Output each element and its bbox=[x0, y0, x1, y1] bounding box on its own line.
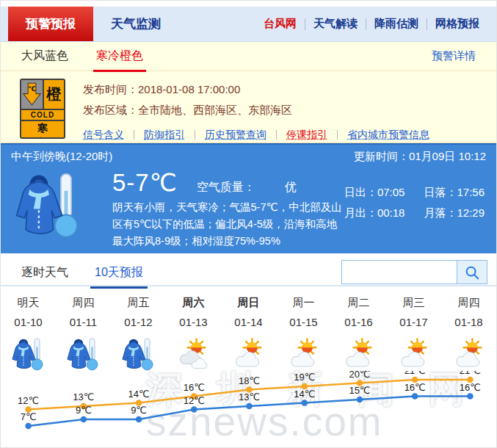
update-time-value: 01月09日 10:12 bbox=[409, 150, 486, 162]
forecast-day-name: 周四 bbox=[56, 296, 111, 316]
forecast-day-name: 周一 bbox=[276, 296, 331, 316]
nav-link-grid-forecast[interactable]: 网格预报 bbox=[427, 17, 487, 31]
warning-link[interactable]: 防御指引 bbox=[144, 126, 185, 145]
subtab-wind-blue[interactable]: 大风蓝色 bbox=[21, 48, 68, 64]
forecast-day-column[interactable]: 周五01-12 bbox=[111, 296, 166, 374]
cold-icon bbox=[1, 336, 56, 374]
warning-link[interactable]: 历史预警查询 bbox=[205, 126, 266, 145]
svg-text:21℃: 21℃ bbox=[460, 371, 481, 376]
moonrise-time: 月出：00:18 bbox=[344, 206, 405, 220]
suncloud-icon bbox=[441, 336, 496, 374]
svg-text:15℃: 15℃ bbox=[349, 385, 370, 396]
sunclouds-icon bbox=[166, 336, 221, 374]
warning-link[interactable]: 停课指引 bbox=[286, 126, 327, 145]
forecast-day-column[interactable]: 明天01-10 bbox=[1, 296, 56, 374]
svg-text:13℃: 13℃ bbox=[73, 391, 94, 402]
forecast-date: 01-16 bbox=[331, 316, 386, 336]
divider bbox=[276, 130, 277, 140]
svg-text:12℃: 12℃ bbox=[184, 395, 205, 406]
warning-grade-label: 橙 bbox=[44, 80, 64, 109]
tab-weather-monitor[interactable]: 天气监测 bbox=[93, 7, 178, 41]
forecast-day-column[interactable]: 周一01-15 bbox=[276, 296, 331, 374]
svg-text:12℃: 12℃ bbox=[18, 395, 39, 406]
svg-text:19℃: 19℃ bbox=[294, 372, 315, 383]
forecast-date: 01-17 bbox=[386, 316, 441, 336]
forecast-date: 01-13 bbox=[166, 316, 221, 336]
period-label: 中午到傍晚(12-20时) bbox=[11, 150, 112, 164]
weather-widget: 预警预报 天气监测 台风网 天气解读 降雨估测 网格预报 大风蓝色 寒冷橙色 预… bbox=[0, 0, 497, 448]
tab-10day-forecast[interactable]: 10天预报 bbox=[95, 265, 143, 281]
publish-area-label: 发布区域： bbox=[83, 104, 138, 116]
cold-icon bbox=[56, 336, 111, 374]
svg-text:18℃: 18℃ bbox=[239, 375, 260, 386]
forecast-day-name: 周六 bbox=[166, 296, 221, 316]
weather-description: 阴天有小雨，天气寒冷；气温5-7℃，中北部及山区有5℃以下的低温；偏北风4-5级… bbox=[112, 199, 344, 250]
cold-icon bbox=[15, 173, 83, 240]
publish-time-value: 2018-01-08 17:00:00 bbox=[138, 83, 240, 95]
forecast-day-name: 周三 bbox=[386, 296, 441, 316]
svg-text:14℃: 14℃ bbox=[294, 389, 315, 400]
air-quality-value: 优 bbox=[285, 180, 297, 195]
temperature-range: 5-7℃ bbox=[112, 168, 178, 197]
svg-text:13℃: 13℃ bbox=[239, 391, 260, 402]
update-time-label: 更新时间： bbox=[354, 150, 409, 162]
svg-text:20℃: 20℃ bbox=[349, 371, 370, 380]
forecast-date: 01-11 bbox=[56, 316, 111, 336]
tab-warning-forecast[interactable]: 预警预报 bbox=[8, 7, 93, 41]
divider bbox=[134, 130, 134, 140]
forecast-day-column[interactable]: 周二01-16 bbox=[331, 296, 386, 374]
forecast-date: 01-10 bbox=[1, 316, 56, 336]
warning-link[interactable]: 信号含义 bbox=[83, 126, 124, 145]
forecast-day-name: 周二 bbox=[331, 296, 386, 316]
current-weather-main: 5-7℃ 空气质量： 优 阴天有小雨，天气寒冷；气温5-7℃，中北部及山区有5℃… bbox=[112, 167, 344, 250]
publish-time-row: 发布时间：2018-01-08 17:00:00 bbox=[83, 79, 429, 100]
svg-text:7℃: 7℃ bbox=[21, 411, 37, 422]
search-box bbox=[341, 260, 487, 284]
search-input[interactable] bbox=[341, 260, 457, 284]
warning-link[interactable]: 省内城市预警信息 bbox=[347, 126, 429, 145]
sunrise-time: 日出：07:05 bbox=[344, 186, 405, 200]
cold-icon bbox=[122, 338, 156, 372]
svg-text:21℃: 21℃ bbox=[405, 371, 426, 376]
forecast-date: 01-12 bbox=[111, 316, 166, 336]
publish-time-label: 发布时间： bbox=[83, 83, 138, 95]
celsius-symbol: ℃ bbox=[28, 85, 36, 93]
current-weather-panel: 中午到傍晚(12-20时) 更新时间：01月09日 10:12 5-7℃ 空气质… bbox=[1, 143, 496, 253]
cold-icon bbox=[111, 336, 166, 374]
sun-cloud-icon bbox=[397, 338, 431, 372]
svg-text:16℃: 16℃ bbox=[184, 382, 205, 393]
sun-moon-times: 日出：07:05 日落：17:56 月出：00:18 月落：12:29 bbox=[344, 186, 487, 250]
svg-text:16℃: 16℃ bbox=[405, 382, 426, 393]
nav-link-typhoon[interactable]: 台风网 bbox=[255, 17, 305, 31]
svg-text:9℃: 9℃ bbox=[76, 405, 92, 416]
top-nav: 预警预报 天气监测 台风网 天气解读 降雨估测 网格预报 bbox=[1, 7, 496, 42]
suncloud-icon bbox=[331, 336, 386, 374]
nav-links: 台风网 天气解读 降雨估测 网格预报 bbox=[255, 7, 496, 41]
warning-detail-link[interactable]: 预警详情 bbox=[432, 49, 476, 63]
search-button[interactable] bbox=[457, 260, 487, 284]
warning-links-row: 信号含义防御指引历史预警查询停课指引省内城市预警信息 bbox=[83, 126, 429, 145]
sun-clouds-icon bbox=[177, 338, 211, 372]
forecast-day-name: 明天 bbox=[1, 296, 56, 316]
forecast-day-column[interactable]: 周三01-17 bbox=[386, 296, 441, 374]
publish-area-row: 发布区域：全市陆地、西部海区、东部海区 bbox=[83, 100, 429, 120]
update-time: 更新时间：01月09日 10:12 bbox=[354, 150, 486, 164]
nav-link-weather-explain[interactable]: 天气解读 bbox=[305, 17, 366, 31]
temperature-line-chart: 12℃13℃14℃16℃18℃19℃20℃21℃21℃7℃9℃9℃12℃13℃1… bbox=[1, 371, 497, 448]
tab-hourly-weather[interactable]: 逐时天气 bbox=[21, 265, 68, 281]
forecast-day-column[interactable]: 周日01-14 bbox=[221, 296, 276, 374]
forecast-day-column[interactable]: 周四01-11 bbox=[56, 296, 111, 374]
forecast-day-name: 周四 bbox=[441, 296, 496, 316]
sun-cloud-icon bbox=[287, 338, 321, 372]
nav-link-rain-estimate[interactable]: 降雨估测 bbox=[366, 17, 427, 31]
forecast-date: 01-14 bbox=[221, 316, 276, 336]
subtab-cold-orange[interactable]: 寒冷橙色 bbox=[96, 48, 143, 64]
forecast-day-column[interactable]: 周六01-13 bbox=[166, 296, 221, 374]
warning-panel: 大风蓝色 寒冷橙色 预警详情 ℃ 橙 COLD 寒 冷 bbox=[1, 42, 496, 143]
sun-cloud-icon bbox=[452, 338, 486, 372]
cold-icon bbox=[12, 338, 46, 372]
forecast-date: 01-15 bbox=[276, 316, 331, 336]
forecast-day-column[interactable]: 周四01-18 bbox=[441, 296, 496, 374]
warning-code-label: COLD bbox=[21, 110, 64, 121]
temperature-down-arrow-icon: ℃ bbox=[21, 80, 44, 109]
